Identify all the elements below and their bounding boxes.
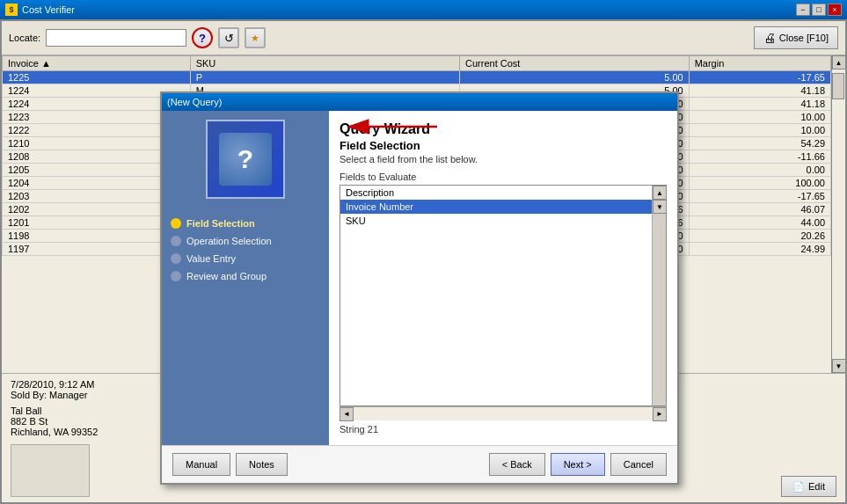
window-close-button[interactable]: × [828, 4, 842, 16]
dialog-header: Query Wizard Field Selection Select a fi… [340, 121, 667, 164]
manual-button[interactable]: Manual [172, 453, 230, 476]
notes-button[interactable]: Notes [236, 453, 288, 476]
fields-list-container: DescriptionInvoice NumberSKU ▲ ▼ [340, 185, 667, 406]
fields-group-label: Fields to Evaluate [340, 172, 667, 182]
step-dot-2 [171, 253, 181, 264]
next-button[interactable]: Next > [551, 453, 605, 476]
maximize-button[interactable]: □ [812, 4, 826, 16]
step-dot-inactive [171, 236, 181, 246]
col-sku[interactable]: SKU [190, 56, 459, 71]
locate-label: Locate: [9, 33, 40, 43]
cancel-button[interactable]: Cancel [610, 453, 667, 476]
dialog-right-panel: Query Wizard Field Selection Select a fi… [329, 111, 677, 445]
fields-scroll-down[interactable]: ▼ [653, 200, 667, 214]
step-field-selection: Field Selection [171, 218, 320, 229]
step-list: Field Selection Operation Selection Valu… [171, 218, 320, 281]
fields-list[interactable]: DescriptionInvoice NumberSKU [340, 186, 652, 228]
fields-scroll-up[interactable]: ▲ [653, 186, 667, 200]
step-value-entry: Value Entry [171, 253, 320, 264]
col-current-cost[interactable]: Current Cost [460, 56, 690, 71]
dialog-title-bar: (New Query) [162, 93, 677, 111]
table-row[interactable]: 1225P5.00-17.65 [3, 71, 831, 84]
string-indicator: String 21 [340, 424, 667, 435]
wizard-image: ? [206, 120, 285, 199]
dialog-left-panel: ? Field Selection Operation Selection [162, 111, 329, 445]
step-dot-3 [171, 271, 181, 281]
scroll-down-button[interactable]: ▼ [832, 359, 846, 373]
wizard-title: Query Wizard [340, 121, 667, 137]
field-list-item[interactable]: Description [340, 186, 652, 200]
h-scroll-right[interactable]: ► [653, 407, 667, 421]
edit-button[interactable]: 📄 Edit [781, 476, 836, 497]
toolbar: Locate: ? ↺ ★ 🖨 Close [F10] [2, 21, 845, 55]
help-button[interactable]: ? [192, 27, 213, 48]
wizard-instruction: Select a field from the list below. [340, 154, 667, 164]
app-icon: $ [5, 4, 18, 16]
step-operation-selection: Operation Selection [171, 236, 320, 246]
locate-input[interactable] [46, 29, 186, 47]
h-scrollbar[interactable]: ◄ ► [340, 406, 667, 420]
back-button[interactable]: < Back [489, 453, 545, 476]
close-main-button[interactable]: 🖨 Close [F10] [754, 26, 838, 49]
field-list-item[interactable]: SKU [340, 214, 652, 228]
query-wizard-dialog: (New Query) ? Field Selection [160, 91, 679, 485]
field-list-item[interactable]: Invoice Number [340, 200, 652, 214]
step-review-group: Review and Group [171, 271, 320, 281]
title-bar: $ Cost Verifier − □ × [0, 0, 847, 19]
scroll-up-button[interactable]: ▲ [832, 55, 846, 69]
minimize-button[interactable]: − [796, 4, 810, 16]
refresh-button[interactable]: ↺ [218, 27, 239, 48]
wizard-subtitle: Field Selection [340, 139, 667, 152]
table-scrollbar[interactable]: ▲ ▼ [831, 55, 845, 373]
col-invoice[interactable]: Invoice ▲ [3, 56, 191, 71]
col-margin[interactable]: Margin [689, 56, 830, 71]
h-scroll-left[interactable]: ◄ [340, 407, 354, 421]
window-title: Cost Verifier [22, 4, 796, 15]
dialog-footer: Manual Notes < Back Next > Cancel [162, 445, 677, 483]
step-dot-active [171, 218, 181, 229]
bookmark-button[interactable]: ★ [245, 27, 266, 48]
fields-scrollbar[interactable]: ▲ ▼ [652, 186, 666, 405]
dialog-title: (New Query) [167, 97, 672, 107]
